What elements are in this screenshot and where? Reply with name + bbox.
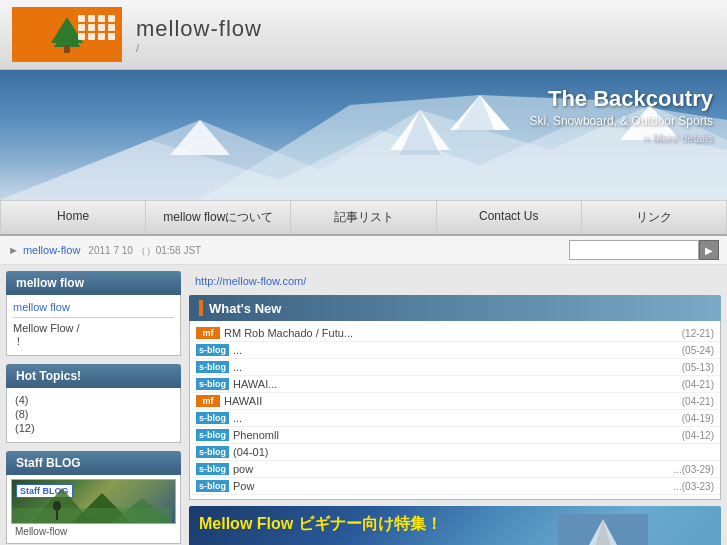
- news-date-1: (05-24): [682, 345, 714, 356]
- banner-title: Mellow Flow ビギナー向け特集！: [199, 514, 552, 535]
- logo[interactable]: [12, 7, 122, 62]
- svg-rect-15: [12, 508, 172, 523]
- content-area: http://mellow-flow.com/ What's New mf RM…: [189, 271, 721, 545]
- tag-sblog-6: s-blog: [196, 429, 229, 441]
- sidebar-section-staffblog: Staff BLOG: [6, 451, 181, 475]
- news-date-9: ...(03-23): [673, 481, 714, 492]
- news-text-1[interactable]: ...: [233, 344, 678, 356]
- nav-about[interactable]: mellow flowについて: [146, 201, 291, 234]
- svg-rect-2: [64, 45, 70, 53]
- nav-home[interactable]: Home: [0, 201, 146, 234]
- hero-more-link[interactable]: More details: [530, 132, 713, 144]
- search-button[interactable]: ▶: [699, 240, 719, 260]
- whats-new-bar-icon: [199, 300, 203, 316]
- news-date-0: (12-21): [682, 328, 714, 339]
- hero-subtitle: Ski, Snowboard, & Outdoor Sports: [530, 114, 713, 128]
- news-text-2[interactable]: ...: [233, 361, 678, 373]
- search-input[interactable]: [569, 240, 699, 260]
- news-date-4: (04-21): [682, 396, 714, 407]
- news-text-3[interactable]: HAWAI...: [233, 378, 678, 390]
- whats-new-title: What's New: [209, 301, 281, 316]
- sidebar-mellowflow-box: mellow flow Mellow Flow / ！: [6, 295, 181, 356]
- tag-sblog-5: s-blog: [196, 412, 229, 424]
- news-text-8[interactable]: pow: [233, 463, 669, 475]
- header: mellow-flow /: [0, 0, 727, 70]
- svg-point-16: [53, 501, 61, 511]
- news-text-0[interactable]: RM Rob Machado / Futu...: [224, 327, 678, 339]
- tag-sblog-7: s-blog: [196, 446, 229, 458]
- url-display[interactable]: http://mellow-flow.com/: [189, 271, 721, 291]
- tag-sblog-1: s-blog: [196, 344, 229, 356]
- news-item-0: mf RM Rob Machado / Futu... (12-21): [190, 325, 720, 342]
- breadcrumb-bar: ► mellow-flow 2011 7 10 （）01:58 JST ▶: [0, 236, 727, 265]
- navigation: Home mellow flowについて 記事リスト Contact Us リン…: [0, 200, 727, 236]
- news-date-5: (04-19): [682, 413, 714, 424]
- staff-blog-illustration: [12, 479, 172, 523]
- staff-blog-name: Mellow-flow: [11, 524, 176, 539]
- hero-text-block: The Backcoutry Ski, Snowboard, & Outdoor…: [530, 86, 713, 144]
- news-text-6[interactable]: Phenomll: [233, 429, 678, 441]
- tag-sblog-3: s-blog: [196, 378, 229, 390]
- tag-sblog-8: s-blog: [196, 463, 229, 475]
- news-text-7[interactable]: (04-01): [233, 446, 710, 458]
- sidebar-mellowflow-link[interactable]: mellow flow: [13, 301, 174, 313]
- nav-articles[interactable]: 記事リスト: [291, 201, 436, 234]
- news-item-8: s-blog pow ...(03-29): [190, 461, 720, 478]
- hot-item-3: (12): [15, 422, 172, 434]
- news-date-8: ...(03-29): [673, 464, 714, 475]
- sidebar: mellow flow mellow flow Mellow Flow / ！ …: [6, 271, 181, 545]
- tag-sblog-9: s-blog: [196, 480, 229, 492]
- sidebar-text2: ！: [13, 335, 24, 347]
- news-item-1: s-blog ... (05-24): [190, 342, 720, 359]
- hero-banner: The Backcoutry Ski, Snowboard, & Outdoor…: [0, 70, 727, 200]
- hero-title: The Backcoutry: [530, 86, 713, 112]
- sidebar-mellowflow-text: Mellow Flow: [13, 322, 74, 334]
- bottom-banner: Mellow Flow ビギナー向け特集！ 1. バックカントリーの魅力 2. …: [189, 506, 721, 545]
- search-bar: ▶: [569, 240, 719, 260]
- sidebar-hottopics-box: (4) (8) (12): [6, 388, 181, 443]
- sidebar-section-hottopics: Hot Topics!: [6, 364, 181, 388]
- staff-blog-thumbnail[interactable]: Staff BLOG: [11, 479, 176, 524]
- date-stamp: 2011 7 10 （）01:58 JST: [88, 244, 201, 258]
- banner-text: Mellow Flow ビギナー向け特集！ 1. バックカントリーの魅力 2. …: [199, 514, 552, 545]
- whats-new-list: mf RM Rob Machado / Futu... (12-21) s-bl…: [189, 321, 721, 500]
- logo-dots: [78, 15, 116, 40]
- news-date-6: (04-12): [682, 430, 714, 441]
- nav-contact[interactable]: Contact Us: [437, 201, 582, 234]
- header-title-area: mellow-flow /: [136, 16, 262, 54]
- news-item-4: mf HAWAII (04-21): [190, 393, 720, 410]
- news-item-6: s-blog Phenomll (04-12): [190, 427, 720, 444]
- site-name: mellow-flow: [136, 16, 262, 42]
- main-content: mellow flow mellow flow Mellow Flow / ！ …: [0, 265, 727, 545]
- tag-mf-0: mf: [196, 327, 220, 339]
- nav-links[interactable]: リンク: [582, 201, 727, 234]
- tag-sblog-2: s-blog: [196, 361, 229, 373]
- news-date-2: (05-13): [682, 362, 714, 373]
- news-item-3: s-blog HAWAI... (04-21): [190, 376, 720, 393]
- news-text-9[interactable]: Pow: [233, 480, 669, 492]
- breadcrumb-arrow: ►: [8, 244, 19, 256]
- banner-list: 1. バックカントリーの魅力 2. バックカントリーの装備 3. バックカントリ…: [199, 541, 552, 545]
- site-separator: /: [136, 42, 262, 54]
- sidebar-divider: [13, 317, 174, 318]
- sidebar-sep: /: [77, 322, 80, 334]
- hot-item-2: (8): [15, 408, 172, 420]
- news-item-5: s-blog ... (04-19): [190, 410, 720, 427]
- banner-skier-photo: [558, 514, 648, 545]
- sidebar-staffblog-box: Staff BLOG Mellow-flow: [6, 475, 181, 544]
- news-item-7: s-blog (04-01): [190, 444, 720, 461]
- tag-mf-4: mf: [196, 395, 220, 407]
- news-text-4[interactable]: HAWAII: [224, 395, 678, 407]
- news-item-2: s-blog ... (05-13): [190, 359, 720, 376]
- breadcrumb-link[interactable]: mellow-flow: [23, 244, 80, 256]
- news-text-5[interactable]: ...: [233, 412, 678, 424]
- news-item-9: s-blog Pow ...(03-23): [190, 478, 720, 495]
- hot-item-1: (4): [15, 394, 172, 406]
- news-date-3: (04-21): [682, 379, 714, 390]
- banner-item-0: 1. バックカントリーの魅力: [199, 541, 552, 545]
- skier-illustration: [558, 514, 648, 545]
- whats-new-header: What's New: [189, 295, 721, 321]
- sidebar-section-mellowflow: mellow flow: [6, 271, 181, 295]
